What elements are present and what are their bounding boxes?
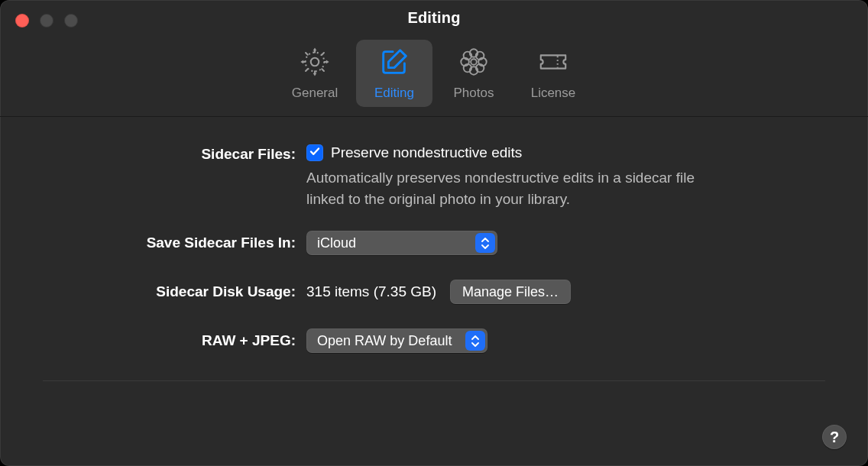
tab-editing[interactable]: Editing xyxy=(356,40,432,107)
row-sidecar-files: Sidecar Files: Preserve nondestructive e… xyxy=(43,144,825,209)
preserve-edits-checkbox[interactable] xyxy=(306,144,323,161)
tab-photos[interactable]: Photos xyxy=(436,40,512,107)
field-raw-jpeg: Open RAW by Default xyxy=(306,328,825,353)
manage-files-button[interactable]: Manage Files… xyxy=(450,280,571,304)
save-location-value: iCloud xyxy=(317,235,370,251)
flower-icon xyxy=(458,46,490,81)
label-disk-usage: Sidecar Disk Usage: xyxy=(43,283,306,300)
raw-jpeg-value: Open RAW by Default xyxy=(317,333,465,349)
label-save-location: Save Sidecar Files In: xyxy=(43,235,306,251)
disk-usage-value: 315 items (7.35 GB) xyxy=(306,283,436,300)
updown-chevron-icon xyxy=(465,331,485,351)
sidecar-files-description: Automatically preserves nondestructive e… xyxy=(306,167,734,209)
updown-chevron-icon xyxy=(475,233,495,253)
help-button[interactable]: ? xyxy=(822,425,847,449)
field-save-location: iCloud xyxy=(306,231,825,255)
ticket-icon xyxy=(537,46,569,81)
tab-label: License xyxy=(531,86,576,101)
tab-general[interactable]: General xyxy=(277,40,353,107)
save-location-popup[interactable]: iCloud xyxy=(306,231,497,255)
preferences-window: Editing General Editing xyxy=(0,0,868,466)
svg-point-0 xyxy=(311,58,319,66)
preferences-content: Sidecar Files: Preserve nondestructive e… xyxy=(0,117,868,466)
row-raw-jpeg: RAW + JPEG: Open RAW by Default xyxy=(43,328,825,353)
edit-icon xyxy=(378,46,410,81)
titlebar: Editing xyxy=(0,0,868,35)
svg-point-2 xyxy=(471,59,477,65)
zoom-window-button[interactable] xyxy=(64,14,78,28)
tab-label: Photos xyxy=(454,86,494,101)
help-icon: ? xyxy=(830,429,839,446)
label-sidecar-files: Sidecar Files: xyxy=(43,144,306,163)
minimize-window-button[interactable] xyxy=(40,14,53,28)
editing-form: Sidecar Files: Preserve nondestructive e… xyxy=(43,144,825,381)
tab-label: Editing xyxy=(374,86,414,101)
manage-files-label: Manage Files… xyxy=(462,284,559,300)
preferences-toolbar: General Editing xyxy=(0,35,868,117)
row-save-location: Save Sidecar Files In: iCloud xyxy=(43,231,825,255)
tab-license[interactable]: License xyxy=(515,40,591,107)
field-sidecar-files: Preserve nondestructive edits Automatica… xyxy=(306,144,825,209)
preserve-edits-label: Preserve nondestructive edits xyxy=(331,144,522,161)
window-title: Editing xyxy=(407,9,460,27)
traffic-lights xyxy=(15,14,78,28)
close-window-button[interactable] xyxy=(15,14,29,28)
checkmark-icon xyxy=(309,144,321,161)
tab-label: General xyxy=(292,86,338,101)
label-raw-jpeg: RAW + JPEG: xyxy=(43,332,306,349)
gear-icon xyxy=(299,46,331,81)
row-disk-usage: Sidecar Disk Usage: 315 items (7.35 GB) … xyxy=(43,280,825,304)
raw-jpeg-popup[interactable]: Open RAW by Default xyxy=(306,328,487,353)
field-disk-usage: 315 items (7.35 GB) Manage Files… xyxy=(306,280,825,304)
